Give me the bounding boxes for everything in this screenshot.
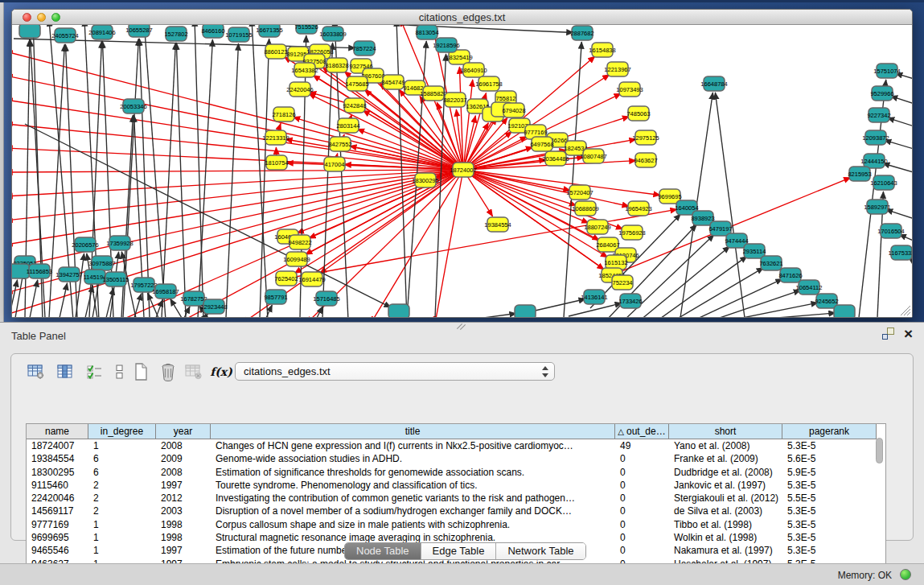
graph-edge[interactable]: [396, 25, 407, 317]
graph-edge[interactable]: [76, 253, 84, 317]
graph-edge[interactable]: [226, 43, 239, 317]
graph-node[interactable]: 10655287: [125, 25, 152, 37]
graph-node[interactable]: 9529966: [870, 86, 893, 101]
graph-edge[interactable]: [198, 39, 212, 317]
graph-edge[interactable]: [60, 283, 68, 317]
cell-year[interactable]: 1998: [156, 518, 211, 531]
cell-short[interactable]: Dudbridge et al. (2008): [669, 466, 782, 479]
graph-node[interactable]: 16648784: [700, 76, 727, 91]
column-header-in-degree[interactable]: in_degree: [88, 424, 156, 439]
cell-name[interactable]: 18300295: [27, 466, 88, 479]
cell-in-degree[interactable]: 2: [88, 505, 156, 517]
graph-node[interactable]: 10719155: [225, 27, 252, 42]
table-row[interactable]: 1456911722003Disruption of a novel membe…: [27, 505, 885, 517]
graph-node[interactable]: 8186328: [325, 58, 348, 72]
table-row[interactable]: 911546021997Tourette syndrome. Phenomeno…: [27, 479, 885, 492]
table-row[interactable]: 1830029562008Estimation of significance …: [27, 466, 885, 479]
graph-node[interactable]: 9857791: [264, 290, 287, 304]
graph-node[interactable]: 24055724: [51, 28, 78, 43]
select-attributes-button[interactable]: [82, 360, 106, 384]
cell-short[interactable]: Franke et al. (2009): [669, 452, 782, 465]
cell-in-degree[interactable]: 1: [88, 518, 156, 531]
graph-node[interactable]: 752234: [612, 275, 633, 290]
graph-node[interactable]: [388, 304, 409, 317]
cell-name[interactable]: 19384554: [27, 452, 88, 465]
graph-node[interactable]: 8466160: [201, 25, 224, 38]
cell-pagerank[interactable]: 5.3E-5: [782, 439, 877, 452]
graph-node[interactable]: 19756928: [618, 225, 645, 240]
cell-pagerank[interactable]: 5.5E-5: [782, 492, 877, 505]
cell-year[interactable]: 2009: [156, 452, 211, 465]
graph-node[interactable]: 12093872: [862, 130, 889, 145]
graph-node[interactable]: 19218596: [433, 38, 459, 52]
graph-edge[interactable]: [12, 170, 463, 196]
graph-node[interactable]: 19384554: [484, 217, 511, 232]
graph-node[interactable]: 1733426: [618, 294, 642, 308]
graph-node[interactable]: 16099489: [283, 252, 310, 266]
graph-edge[interactable]: [176, 43, 186, 317]
graph-node[interactable]: 9498222: [288, 235, 311, 249]
memory-ok-indicator[interactable]: [900, 569, 911, 580]
graph-node[interactable]: 7515526: [294, 25, 318, 34]
citation-network-graph[interactable]: 1872400718300295886012389129541822605893…: [12, 25, 912, 317]
graph-node[interactable]: 13505115: [103, 272, 129, 286]
graph-edge[interactable]: [885, 209, 912, 220]
table-row[interactable]: 977716911998Corpus callosum shape and si…: [27, 518, 885, 531]
cell-pagerank[interactable]: 5.3E-5: [782, 479, 877, 492]
delete-table-button[interactable]: [182, 360, 206, 384]
cell-name[interactable]: 18724007: [27, 439, 88, 452]
cell-title[interactable]: Corpus callosum shape and size in male p…: [211, 518, 615, 531]
column-header-title[interactable]: title: [211, 424, 615, 439]
graph-node[interactable]: 12213319: [262, 130, 289, 145]
table-row[interactable]: 1938455462009Genome-wide association stu…: [27, 452, 885, 465]
graph-edge[interactable]: [887, 117, 912, 128]
graph-node[interactable]: 12975125: [632, 130, 659, 145]
graph-node[interactable]: [515, 305, 536, 317]
create-column-button[interactable]: [129, 360, 153, 384]
graph-node[interactable]: 30975887: [88, 256, 115, 270]
graph-node[interactable]: 16210643: [870, 175, 897, 190]
graph-node[interactable]: 2887682: [570, 26, 593, 40]
graph-node[interactable]: 9242848: [343, 98, 366, 113]
graph-node[interactable]: 1810754: [265, 155, 288, 170]
cell-year[interactable]: 2012: [156, 492, 211, 505]
graph-node[interactable]: 10973493: [616, 82, 643, 97]
table-scrollbar[interactable]: [876, 426, 884, 554]
graph-node[interactable]: 7857224: [352, 41, 376, 56]
cell-in-degree[interactable]: 6: [88, 452, 156, 465]
cell-out-de-[interactable]: 49: [615, 439, 669, 452]
graph-node[interactable]: 15720407: [566, 185, 593, 200]
delete-column-button[interactable]: [156, 360, 180, 384]
graph-edge[interactable]: [564, 42, 581, 317]
cell-title[interactable]: Tourette syndrome. Phenomenology and cla…: [211, 479, 615, 492]
graph-edge[interactable]: [463, 170, 577, 205]
cell-pagerank[interactable]: 5.3E-5: [782, 505, 877, 517]
graph-node[interactable]: 22420046: [286, 82, 313, 97]
graph-edge[interactable]: [675, 268, 764, 317]
column-header-out-de-[interactable]: △out_de…: [615, 424, 669, 439]
cell-title[interactable]: Disruption of a novel member of a sodium…: [211, 505, 615, 517]
cell-title[interactable]: Estimation of significance thresholds fo…: [211, 466, 615, 479]
graph-node[interactable]: 16671355: [256, 25, 282, 37]
cell-short[interactable]: Jankovic et al. (1997): [669, 479, 782, 492]
graph-node[interactable]: 8822037: [443, 93, 466, 107]
cell-year[interactable]: 2008: [156, 439, 211, 452]
graph-node[interactable]: 20891406: [88, 25, 115, 39]
graph-edge[interactable]: [532, 299, 585, 311]
graph-node[interactable]: 18300295: [412, 173, 438, 187]
cell-name[interactable]: 9777169: [27, 518, 88, 531]
cell-out-de-[interactable]: 0: [615, 505, 669, 517]
cell-title[interactable]: Genome-wide association studies in ADHD.: [211, 452, 615, 465]
show-columns-button[interactable]: [53, 360, 77, 384]
graph-edge[interactable]: [12, 124, 463, 170]
graph-node[interactable]: 7632621: [759, 256, 782, 270]
graph-node[interactable]: 8860123: [264, 44, 287, 59]
close-panel-icon[interactable]: ×: [904, 328, 913, 340]
table-settings-button[interactable]: [24, 360, 48, 384]
cell-out-de-[interactable]: 0: [615, 479, 669, 492]
cell-name[interactable]: 22420046: [27, 492, 88, 505]
graph-node[interactable]: 15716485: [313, 291, 339, 306]
table-row[interactable]: 1872400712008Changes of HCN gene express…: [27, 439, 885, 452]
graph-node[interactable]: 16543382: [291, 63, 318, 77]
cell-short[interactable]: de Silva et al. (2003): [669, 505, 782, 517]
